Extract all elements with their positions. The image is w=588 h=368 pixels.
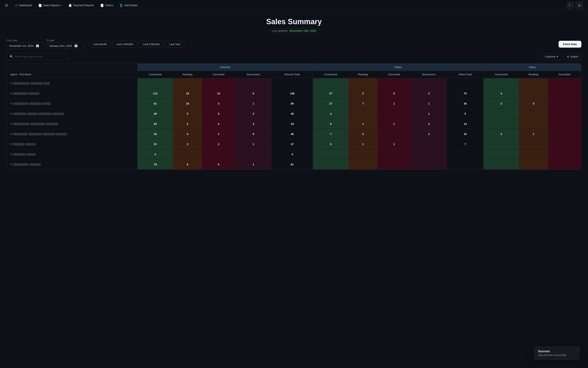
nav-payment-reports[interactable]: 📋 Payment Reports [66,2,96,8]
data-cell: 7 [447,139,483,149]
data-cell: 5 [313,139,349,149]
data-cell: 4 [272,149,313,159]
redacted-text [42,133,55,135]
redacted-text [13,153,26,156]
nav-claims[interactable]: 📑 Claims [98,2,116,8]
data-cell: 9 [235,129,272,139]
redacted-text [28,92,39,95]
data-cell: 5 [447,109,483,119]
video-total-col: Video Total [447,71,483,78]
data-cell: 31 [137,139,173,149]
nav-add-dealer[interactable]: 👤 Add Dealer [117,2,140,8]
data-cell [411,149,447,159]
data-cell [548,159,581,169]
voice-connected-col: Connected [483,71,519,78]
data-cell: 1 [235,159,272,169]
nav-sales-reports[interactable]: 📄 Sales Reports ▾ [36,2,65,8]
nav-dashboard[interactable]: ⊡ Dashboard [13,2,35,8]
navbar: ⊞ ⊡ Dashboard 📄 Sales Reports ▾ 📋 Paymen… [0,0,588,11]
data-cell [235,78,272,88]
data-cell [202,78,235,88]
dark-mode-toggle[interactable]: ☾ [567,2,574,9]
data-cell: 4 [173,129,202,139]
to-date-calendar-icon: 📅 [74,44,78,47]
data-cell: 3 [483,129,519,139]
agent-name-cell: U’ [7,139,137,149]
redacted-text [13,113,27,115]
data-cell: 9 [313,119,349,129]
data-cell [272,78,313,88]
last-year-button[interactable]: Last Year [165,41,184,48]
nav-dashboard-label: Dashboard [19,4,32,7]
account-button[interactable]: ⊙ [576,2,583,9]
data-cell [483,159,519,169]
data-cell: 2 [202,139,235,149]
data-cell: 4 [313,109,349,119]
data-cell: 79 [137,159,173,169]
data-table-container: Internet Video Voice Agent - Full Name ↕… [7,63,581,170]
data-cell: 36 [447,99,483,109]
fetch-data-button[interactable]: Fetch Data [559,41,581,48]
internet-connected-col: Connected [137,71,173,78]
from-date-input[interactable]: November 1st, 2024 📅 [7,42,44,49]
table-row: U’ 31321375117 [7,139,581,149]
redacted-text [13,92,27,95]
redacted-text [42,102,51,105]
agent-name-cell: U’ [7,149,137,159]
data-cell [378,109,411,119]
data-cell [378,78,411,88]
table-row: U’ 7965191 [7,159,581,169]
data-cell: 3 [173,109,202,119]
last-3-months-button[interactable]: Last 3 Months [112,41,137,48]
data-cell: 7 [349,99,378,109]
columns-chevron-icon: ▾ [557,55,558,58]
toast-title: Success [538,350,576,353]
data-cell: 4 [137,149,173,159]
data-cell: 3 [235,119,272,129]
data-cell [411,139,447,149]
to-date-input[interactable]: January 31st, 2025 📅 [47,42,84,49]
data-cell [349,149,378,159]
search-wrapper[interactable]: 🔍 [7,53,69,60]
search-input[interactable] [15,55,66,58]
table-row: U’ 44 [7,149,581,159]
export-icon: ⬇ [567,55,569,58]
data-cell: 14 [447,119,483,129]
add-dealer-icon: 👤 [119,4,123,7]
agent-name-cell: U’ [7,119,137,129]
columns-label: Columns [545,55,555,58]
data-cell [235,149,272,159]
last-6-months-button[interactable]: Last 6 Months [139,41,164,48]
last-month-button[interactable]: Last Month [89,41,111,48]
redacted-text [30,123,45,125]
nav-claims-label: Claims [105,4,113,7]
sort-icon[interactable]: ↕ [33,73,34,76]
last-updated-label: Last updated: [272,29,288,32]
internet-disconnect-col: Disconnect [235,71,272,78]
data-cell: 3 [202,109,235,119]
data-cell [519,78,548,88]
data-cell [548,99,581,109]
data-cell: 40 [137,109,173,119]
agent-name-cell: U’ [7,109,137,119]
data-cell [378,159,411,169]
data-cell: 1 [378,99,411,109]
to-date-label: To Date [47,39,84,42]
data-cell: 6 [235,88,272,99]
data-cell: 5 [378,88,411,99]
redacted-text [30,82,43,85]
controls-row: From Date November 1st, 2024 📅 To Date J… [7,39,581,49]
columns-button[interactable]: Columns ▾ [542,53,561,60]
toast-message: Data fetched successfully [538,354,576,357]
data-cell: 2 [173,119,202,129]
to-date-group: To Date January 31st, 2025 📅 [47,39,84,49]
data-cell: 24 [173,99,202,109]
data-cell [313,159,349,169]
data-cell: 2 [349,129,378,139]
nav-sales-reports-label: Sales Reports [43,4,60,7]
data-cell [519,149,548,159]
data-cell: 1 [411,109,447,119]
from-date-label: From Date [7,39,44,42]
data-cell: 1 [349,139,378,149]
export-button[interactable]: ⬇ Export [564,53,581,60]
